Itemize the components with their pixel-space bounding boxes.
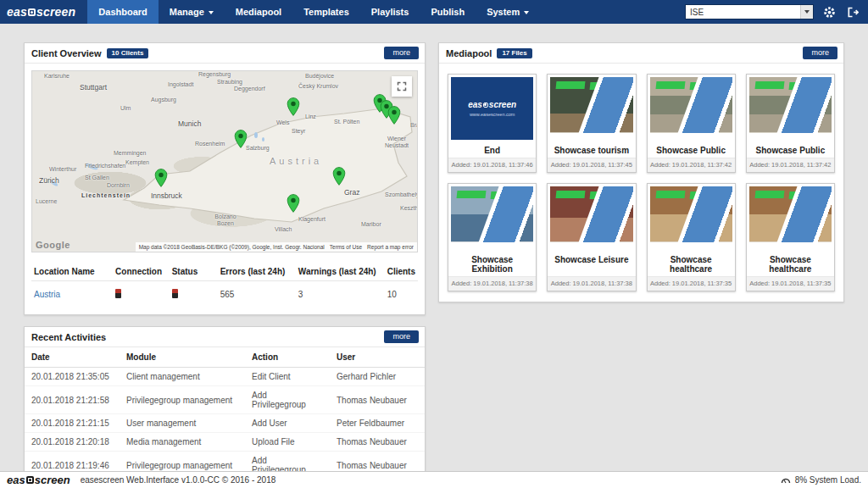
activity-date: 20.01.2018 21:35:05 — [25, 368, 120, 386]
logo-text-right: screen — [36, 5, 75, 19]
map-pin[interactable] — [332, 167, 346, 189]
media-card-showcase-healthcare-2[interactable]: Showcase healthcare Added: 19.01.2018, 1… — [746, 183, 835, 291]
media-name: Showcase tourism — [548, 142, 635, 158]
activity-action: Add Privilegegroup — [245, 452, 330, 472]
location-link[interactable]: Austria — [34, 290, 60, 299]
map-pin[interactable] — [287, 97, 300, 119]
map-label: St. Pölten — [334, 119, 359, 125]
clients-value: 10 — [385, 281, 418, 308]
media-card-showcase-public[interactable]: Showcase Public Added: 19.01.2018, 11:37… — [647, 74, 736, 173]
map-label: Steyr — [292, 128, 305, 134]
col-header-user: User — [330, 347, 425, 368]
chevron-down-icon — [804, 10, 810, 14]
map-label: Český Krumlov — [298, 83, 338, 89]
map-attribution-text: Map data ©2018 GeoBasis-DE/BKG (©2009), … — [139, 244, 325, 250]
activity-user: Thomas Neubauer — [330, 433, 425, 452]
client-overview-more-button[interactable]: more — [384, 47, 419, 59]
media-card-end[interactable]: easscreen www.easescreen.com End Added: … — [448, 74, 537, 173]
media-thumbnail — [749, 186, 832, 249]
search-combobox — [685, 4, 814, 19]
media-card-showcase-tourism[interactable]: Showcase tourism Added: 19.01.2018, 11:3… — [547, 74, 636, 173]
nav-label: Dashboard — [98, 7, 147, 17]
activity-date: 20.01.2018 21:19:46 — [25, 452, 120, 472]
report-map-error-link[interactable]: Report a map error — [367, 244, 414, 250]
map-label: Wels — [276, 119, 289, 125]
media-thumbnail — [451, 186, 533, 249]
activity-row: 20.01.2018 21:35:05 Client management Ed… — [25, 368, 425, 386]
map-canvas[interactable]: Google Map data ©2018 GeoBasis-DE/BKG (©… — [31, 70, 418, 252]
logo-screen-icon — [26, 476, 34, 484]
map-label: Ulm — [120, 105, 131, 111]
recent-activities-more-button[interactable]: more — [384, 330, 419, 343]
map-label: Regensburg — [198, 71, 231, 77]
errors-value: 565 — [218, 281, 296, 308]
lake — [262, 137, 264, 141]
logout-icon[interactable] — [844, 4, 860, 19]
media-name: Showcase healthcare — [747, 252, 834, 276]
nav-label: Mediapool — [236, 7, 281, 17]
media-name: Showcase healthcare — [648, 252, 735, 276]
map-fullscreen-button[interactable] — [392, 76, 412, 97]
settings-gear-icon[interactable] — [821, 4, 837, 19]
activity-user: Thomas Neubauer — [330, 386, 425, 414]
map-label: Rosenheim — [195, 141, 225, 147]
main-nav: Dashboard Manage Mediapool Templates Pla… — [87, 0, 540, 24]
map-pin[interactable] — [154, 169, 168, 191]
recent-activities-table: Date Module Action User 20.01.2018 21:35… — [25, 347, 425, 471]
map-pin[interactable] — [234, 130, 248, 152]
map-label: Dornbirn — [107, 182, 130, 188]
media-card-showcase-healthcare[interactable]: Showcase healthcare Added: 19.01.2018, 1… — [647, 183, 736, 291]
footer-version-text: easescreen Web.Interface v1.0.0-CC © 201… — [81, 475, 276, 485]
top-navbar: easscreen Dashboard Manage Mediapool Tem… — [0, 0, 868, 24]
nav-item-system[interactable]: System — [476, 0, 540, 24]
map-label: St Gallen — [85, 175, 109, 180]
recent-activities-panel: Recent Activities more Date Module Actio… — [24, 326, 426, 471]
map-label: Szombathely — [385, 191, 418, 197]
activity-row: 20.01.2018 21:19:46 Privilegegroup manag… — [25, 452, 425, 472]
logo-text-left: eas — [7, 5, 27, 19]
media-name: Showcase Public — [648, 142, 735, 158]
map-label: Memmingen — [114, 150, 147, 156]
activity-action: Edit Client — [245, 368, 330, 386]
google-logo[interactable]: Google — [36, 240, 70, 250]
activity-row: 20.01.2018 21:21:15 User management Add … — [25, 414, 425, 433]
logo-text-right: screen — [35, 474, 70, 486]
map-label: Bolzano Bozen — [207, 214, 244, 227]
app-logo: easscreen — [0, 0, 87, 24]
search-input[interactable] — [686, 5, 800, 19]
nav-label: Manage — [170, 7, 204, 17]
nav-label: Publish — [431, 7, 465, 17]
col-header-clients: Clients — [385, 263, 418, 281]
media-card-showcase-leisure[interactable]: Showcase Leisure Added: 19.01.2018, 11:3… — [547, 183, 636, 291]
media-card-showcase-exhibition[interactable]: Showcase Exhibition Added: 19.01.2018, 1… — [448, 183, 537, 291]
nav-item-mediapool[interactable]: Mediapool — [225, 0, 292, 24]
nav-item-dashboard[interactable]: Dashboard — [87, 0, 158, 24]
map-pin[interactable] — [387, 106, 401, 128]
nav-item-publish[interactable]: Publish — [420, 0, 476, 24]
media-thumbnail — [650, 186, 732, 249]
media-card-showcase-public-2[interactable]: Showcase Public Added: 19.01.2018, 11:37… — [746, 74, 835, 173]
col-header-warnings: Warnings (last 24h) — [296, 263, 385, 281]
mediapool-more-button[interactable]: more — [803, 47, 837, 59]
map-pin[interactable] — [287, 194, 300, 216]
nav-item-playlists[interactable]: Playlists — [360, 0, 420, 24]
thumbnail-url: www.easescreen.com — [470, 112, 515, 117]
nav-item-templates[interactable]: Templates — [292, 0, 360, 24]
map-label: Augsburg — [151, 97, 176, 103]
panel-title: Recent Activities — [31, 332, 106, 342]
activity-user: Peter Feldbaumer — [330, 414, 425, 433]
system-load-text: 8% System Load. — [795, 475, 861, 485]
nav-label: System — [487, 7, 520, 17]
activity-date: 20.01.2018 21:20:18 — [25, 433, 120, 452]
system-load-gauge-icon — [781, 475, 791, 485]
search-dropdown-button[interactable] — [800, 5, 813, 19]
col-header-action: Action — [245, 347, 330, 368]
nav-item-manage[interactable]: Manage — [159, 0, 225, 24]
lake — [254, 132, 258, 138]
activity-date: 20.01.2018 21:21:15 — [25, 414, 120, 433]
map-label: Maribor — [361, 221, 381, 227]
terms-of-use-link[interactable]: Terms of Use — [330, 244, 362, 250]
nav-label: Templates — [303, 7, 349, 17]
media-thumbnail — [550, 77, 632, 140]
activity-module: User management — [120, 414, 245, 433]
